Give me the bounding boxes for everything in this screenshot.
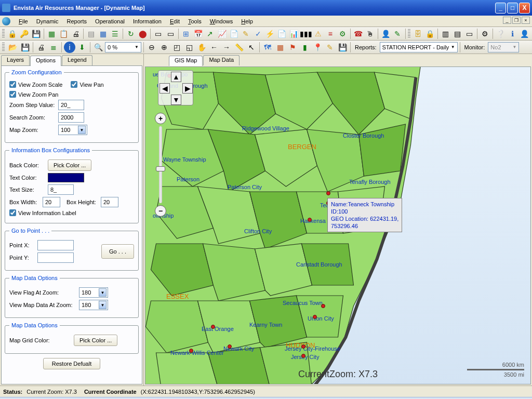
list-icon[interactable]: ≡ bbox=[325, 28, 336, 39]
bars-icon[interactable]: ▮▮▮ bbox=[300, 28, 312, 39]
toolbar-grip3[interactable] bbox=[2, 43, 5, 52]
report-icon[interactable]: 📄 bbox=[229, 28, 240, 39]
tab-gismap[interactable]: GIS Map bbox=[169, 56, 203, 66]
marker-icon[interactable]: 📍 bbox=[312, 42, 323, 53]
menu-tools[interactable]: Tools bbox=[184, 17, 206, 25]
pan-icon[interactable]: ✋ bbox=[196, 42, 207, 53]
pan-down-button[interactable]: ▼ bbox=[171, 95, 181, 105]
boxheight-input[interactable] bbox=[101, 197, 118, 207]
check-icon[interactable]: ✓ bbox=[252, 28, 263, 39]
menu-edit[interactable]: Edit bbox=[166, 17, 184, 25]
window2-icon[interactable]: ▭ bbox=[165, 28, 176, 39]
mdi-restore[interactable]: ❐ bbox=[512, 17, 521, 24]
close-button[interactable]: X bbox=[519, 3, 530, 14]
menu-dynamic[interactable]: Dynamic bbox=[32, 17, 63, 25]
help-icon[interactable]: ❔ bbox=[495, 28, 506, 39]
zoom-in-button[interactable]: + bbox=[155, 113, 166, 124]
save-icon[interactable]: 💾 bbox=[31, 28, 42, 39]
monitor-combo[interactable]: No2▼ bbox=[488, 42, 519, 52]
chk-viewinfolabel[interactable]: View Information Label bbox=[9, 209, 134, 216]
station-dot[interactable] bbox=[321, 304, 325, 308]
menu-reports[interactable]: Reports bbox=[63, 17, 91, 25]
save3-icon[interactable]: 💾 bbox=[337, 42, 348, 53]
gridcolor-button[interactable]: Pick Color ... bbox=[74, 335, 117, 346]
tab-options[interactable]: Options bbox=[30, 56, 61, 66]
go-button[interactable]: Go . . . bbox=[101, 244, 134, 259]
panel2-icon[interactable]: ▤ bbox=[452, 28, 463, 39]
layer-icon[interactable]: ▦ bbox=[274, 42, 286, 53]
lock-icon[interactable]: 🔒 bbox=[7, 28, 18, 39]
station-dot[interactable] bbox=[301, 354, 305, 358]
backcolor-button[interactable]: Pick Color ... bbox=[48, 159, 91, 171]
minimize-button[interactable]: _ bbox=[495, 3, 506, 14]
mouse-icon[interactable]: 🖱 bbox=[365, 28, 376, 39]
ruler-icon[interactable]: 📏 bbox=[233, 42, 245, 53]
menu-information[interactable]: Information bbox=[129, 17, 166, 25]
flagzoom-combo[interactable]: 180▼ bbox=[79, 287, 108, 298]
tree-icon[interactable]: ☰ bbox=[110, 28, 121, 39]
zoom-out-button[interactable]: − bbox=[155, 205, 166, 217]
maximize-button[interactable]: □ bbox=[507, 3, 518, 14]
zoom-thumb[interactable] bbox=[156, 166, 165, 171]
stop-icon[interactable]: ⬤ bbox=[137, 28, 148, 39]
mdi-minimize[interactable]: _ bbox=[503, 17, 511, 24]
zoom-combo[interactable]: 0 %▼ bbox=[105, 42, 141, 52]
station-dot[interactable] bbox=[313, 315, 317, 319]
window1-icon[interactable]: ▭ bbox=[153, 28, 164, 39]
toolbar-grip2[interactable] bbox=[408, 29, 410, 38]
textcolor-swatch[interactable] bbox=[48, 173, 84, 182]
db-icon[interactable]: 🗄 bbox=[413, 28, 423, 39]
station-dot[interactable] bbox=[326, 191, 330, 195]
station-dot[interactable] bbox=[301, 344, 305, 349]
pan-right-button[interactable]: ▶ bbox=[182, 83, 193, 94]
nav-down-icon[interactable]: ⬇ bbox=[76, 42, 88, 53]
gear-icon[interactable]: ⚙ bbox=[480, 28, 490, 39]
monitor-icon[interactable]: ⚡ bbox=[264, 28, 275, 39]
map-canvas[interactable]: ue Bor mpo Oakland Borough Ridgewood Vil… bbox=[145, 66, 531, 384]
print-icon[interactable]: 🖨 bbox=[70, 28, 81, 39]
stack-icon[interactable]: ▮ bbox=[299, 42, 311, 53]
station-dot[interactable] bbox=[308, 218, 312, 222]
grid2-icon[interactable]: ⊞ bbox=[181, 28, 192, 39]
mdzoom-combo[interactable]: 180▼ bbox=[79, 300, 108, 310]
boxwidth-input[interactable] bbox=[43, 197, 60, 207]
select-icon[interactable]: ↖ bbox=[246, 42, 257, 53]
regedit-icon[interactable]: ✎ bbox=[392, 28, 403, 39]
mapedit-icon[interactable]: 🗺 bbox=[262, 42, 273, 53]
toolbar-grip[interactable] bbox=[2, 29, 5, 38]
zoom-track[interactable] bbox=[159, 126, 162, 203]
layers-icon[interactable]: ≣ bbox=[48, 42, 59, 53]
edit-icon[interactable]: ✎ bbox=[241, 28, 251, 39]
menu-windows[interactable]: Windows bbox=[206, 17, 237, 25]
zoomin-icon[interactable]: 🔍 bbox=[92, 42, 104, 53]
pan-left-button[interactable]: ◀ bbox=[159, 83, 170, 94]
zoomfit-icon[interactable]: ◱ bbox=[183, 42, 195, 53]
cfg-icon[interactable]: ⚙ bbox=[337, 28, 348, 39]
station-dot[interactable] bbox=[228, 344, 232, 349]
restore-button[interactable]: Restore Defualt bbox=[43, 358, 100, 369]
mdi-close[interactable]: × bbox=[522, 17, 530, 24]
pointx-input[interactable] bbox=[37, 240, 74, 250]
table-icon[interactable]: ▦ bbox=[98, 28, 109, 39]
station-dot[interactable] bbox=[211, 325, 215, 329]
pan-up-button[interactable]: ▲ bbox=[171, 72, 181, 82]
zoomin2-icon[interactable]: ⊕ bbox=[158, 42, 170, 53]
chk-viewpan[interactable]: View Pan bbox=[71, 81, 103, 88]
barchart-icon[interactable]: 📊 bbox=[288, 28, 299, 39]
open-icon[interactable]: 📂 bbox=[7, 42, 18, 53]
print2-icon[interactable]: 🖨 bbox=[35, 42, 47, 53]
chk-viewzoomscale[interactable]: View Zoom Scale bbox=[9, 81, 62, 88]
chk-viewzoompan[interactable]: View Zoom Pan bbox=[9, 91, 134, 98]
doc-icon[interactable]: 📄 bbox=[276, 28, 287, 39]
mapzoom-combo[interactable]: 100▼ bbox=[58, 125, 87, 135]
phone-icon[interactable]: ☎ bbox=[353, 28, 364, 39]
chart-icon[interactable]: 📈 bbox=[217, 28, 228, 39]
menu-operational[interactable]: Operational bbox=[91, 17, 129, 25]
dir-icon[interactable]: ↗ bbox=[205, 28, 216, 39]
admin-icon[interactable]: 👤 bbox=[519, 28, 530, 39]
grid-icon[interactable]: ▤ bbox=[86, 28, 97, 39]
menu-file[interactable]: File bbox=[15, 17, 32, 25]
excel-icon[interactable]: ▦ bbox=[46, 28, 57, 39]
warn-icon[interactable]: ⚠ bbox=[313, 28, 324, 39]
fwd-icon[interactable]: → bbox=[221, 42, 232, 53]
